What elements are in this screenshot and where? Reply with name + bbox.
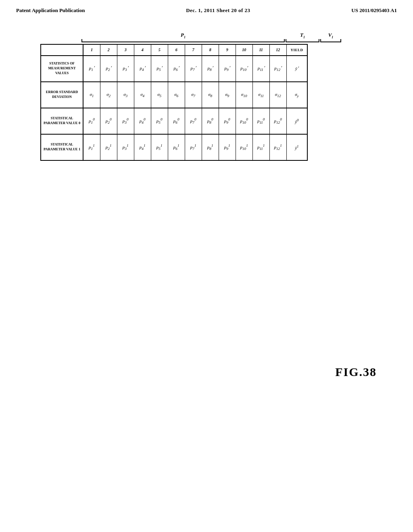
cell-r3-c10: p100	[236, 108, 252, 134]
col-header-4: 4	[134, 44, 151, 56]
cell-r4-c9: p91	[219, 134, 236, 160]
row-label-error: ERROR STANDARDDEVIATION	[41, 82, 83, 108]
cell-r2-c7: σ7	[185, 82, 202, 108]
content-area: P1 T1 V1	[0, 18, 413, 167]
cell-r3-c12: p120	[269, 108, 286, 134]
cell-r4-c7: p71	[185, 134, 202, 160]
table-row: STATISTICALPARAMETER VALUE 1 p11 p21 p31…	[41, 134, 307, 160]
cell-r3-yield: ŷ0	[286, 108, 307, 134]
cell-r1-c5: p5ʹ	[151, 56, 168, 82]
cell-r1-c11: p11ʹ	[252, 56, 269, 82]
cell-r3-c9: p90	[219, 108, 236, 134]
cell-r1-c1: p1ʹ	[83, 56, 100, 82]
cell-r2-c4: σ4	[134, 82, 151, 108]
cell-r1-c7: p7ʹ	[185, 56, 202, 82]
cell-r3-c11: p110	[252, 108, 269, 134]
row-label-param0: STATISTICALPARAMETER VALUE 0	[41, 108, 83, 134]
col-header-7: 7	[185, 44, 202, 56]
cell-r4-c8: p81	[202, 134, 219, 160]
col-header-1: 1	[83, 44, 100, 56]
cell-r2-c3: σ3	[117, 82, 134, 108]
col-header-3: 3	[117, 44, 134, 56]
cell-r3-c8: p80	[202, 108, 219, 134]
cell-r3-c1: p10	[83, 108, 100, 134]
cell-r2-c11: σ11	[252, 82, 269, 108]
cell-r4-c1: p11	[83, 134, 100, 160]
p1-bracket: P1	[81, 32, 285, 42]
cell-r2-c10: σ10	[236, 82, 252, 108]
cell-r1-c6: p6ʹ	[168, 56, 185, 82]
main-table: 1 2 3 4 5 6 7 8 9 10 11 12 YIELD	[40, 44, 308, 161]
cell-r1-c4: p4ʹ	[134, 56, 151, 82]
cell-r1-c8: p8ʹ	[202, 56, 219, 82]
cell-r2-c9: σ9	[219, 82, 236, 108]
cell-r4-c4: p41	[134, 134, 151, 160]
table-row: ERROR STANDARDDEVIATION σ1 σ2 σ3 σ4 σ5 σ…	[41, 82, 307, 108]
cell-r4-yield: ŷ1	[286, 134, 307, 160]
col-header-10: 10	[236, 44, 252, 56]
cell-r4-c6: p61	[168, 134, 185, 160]
cell-r2-c5: σ5	[151, 82, 168, 108]
col-header-label	[41, 44, 83, 56]
cell-r4-c10: p101	[236, 134, 252, 160]
cell-r2-c8: σ8	[202, 82, 219, 108]
col-header-9: 9	[219, 44, 236, 56]
col-header-8: 8	[202, 44, 219, 56]
cell-r1-yield: ŷʹ	[286, 56, 307, 82]
cell-r3-c4: p40	[134, 108, 151, 134]
col-header-6: 6	[168, 44, 185, 56]
col-header-yield: YIELD	[286, 44, 307, 56]
cell-r1-c10: p10ʹ	[236, 56, 252, 82]
v1-bracket: V1	[320, 32, 341, 42]
col-header-12: 12	[269, 44, 286, 56]
cell-r2-c2: σ2	[100, 82, 117, 108]
cell-r4-c11: p111	[252, 134, 269, 160]
header-right: US 2011/0295403 A1	[351, 7, 397, 14]
cell-r1-c2: p2ʹ	[100, 56, 117, 82]
table-row: STATISTICALPARAMETER VALUE 0 p10 p20 p30…	[41, 108, 307, 134]
cell-r2-c1: σ1	[83, 82, 100, 108]
cell-r2-c12: σ12	[269, 82, 286, 108]
cell-r2-c6: σ6	[168, 82, 185, 108]
fig-label: FIG.38	[335, 365, 377, 379]
cell-r1-c12: p12ʹ	[269, 56, 286, 82]
row-label-param1: STATISTICALPARAMETER VALUE 1	[41, 134, 83, 160]
table-row: STATISTICS OFMEASUREMENTVALUES p1ʹ p2ʹ p…	[41, 56, 307, 82]
header-center: Dec. 1, 2011 Sheet 20 of 23	[186, 7, 250, 14]
t1-bracket: T1	[286, 32, 319, 42]
cell-r3-c5: p50	[151, 108, 168, 134]
cell-r2-yield: σy	[286, 82, 307, 108]
header-left: Patent Application Publication	[16, 7, 85, 14]
cell-r1-c9: p9ʹ	[219, 56, 236, 82]
cell-r4-c5: p51	[151, 134, 168, 160]
col-header-5: 5	[151, 44, 168, 56]
page-header: Patent Application Publication Dec. 1, 2…	[0, 0, 413, 18]
cell-r3-c3: p30	[117, 108, 134, 134]
col-header-2: 2	[100, 44, 117, 56]
cell-r4-c12: p121	[269, 134, 286, 160]
col-header-11: 11	[252, 44, 269, 56]
cell-r1-c3: p3ʹ	[117, 56, 134, 82]
cell-r4-c3: p31	[117, 134, 134, 160]
table-section: P1 T1 V1	[40, 32, 341, 161]
cell-r3-c2: p20	[100, 108, 117, 134]
cell-r3-c6: p60	[168, 108, 185, 134]
cell-r4-c2: p21	[100, 134, 117, 160]
row-label-statistics: STATISTICS OFMEASUREMENTVALUES	[41, 56, 83, 82]
cell-r3-c7: p70	[185, 108, 202, 134]
